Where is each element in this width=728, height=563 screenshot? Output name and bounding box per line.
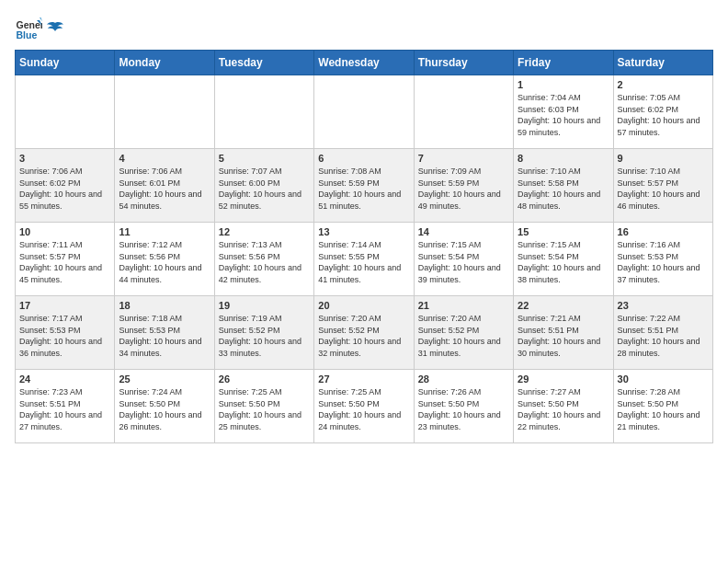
day-number: 2 [618, 79, 709, 90]
calendar-cell: 14Sunrise: 7:15 AM Sunset: 5:54 PM Dayli… [414, 223, 513, 296]
day-number: 12 [219, 226, 310, 237]
day-number: 26 [219, 373, 310, 385]
header: General Blue [15, 15, 713, 42]
day-info: Sunrise: 7:06 AM Sunset: 6:01 PM Dayligh… [119, 166, 210, 212]
day-number: 11 [119, 226, 210, 237]
calendar-cell: 26Sunrise: 7:25 AM Sunset: 5:50 PM Dayli… [214, 370, 313, 443]
day-number: 8 [518, 153, 609, 164]
day-info: Sunrise: 7:20 AM Sunset: 5:52 PM Dayligh… [418, 313, 509, 359]
calendar-cell: 1Sunrise: 7:04 AM Sunset: 6:03 PM Daylig… [514, 75, 613, 149]
calendar-cell: 22Sunrise: 7:21 AM Sunset: 5:51 PM Dayli… [514, 296, 613, 370]
day-info: Sunrise: 7:07 AM Sunset: 6:00 PM Dayligh… [219, 166, 310, 212]
day-number: 23 [618, 300, 709, 311]
calendar-cell: 5Sunrise: 7:07 AM Sunset: 6:00 PM Daylig… [214, 149, 313, 223]
day-info: Sunrise: 7:14 AM Sunset: 5:55 PM Dayligh… [318, 239, 409, 285]
calendar-header-row: SundayMondayTuesdayWednesdayThursdayFrid… [16, 51, 713, 75]
day-info: Sunrise: 7:12 AM Sunset: 5:56 PM Dayligh… [119, 239, 210, 285]
calendar-cell [115, 75, 214, 149]
calendar-cell: 2Sunrise: 7:05 AM Sunset: 6:02 PM Daylig… [613, 75, 712, 149]
day-number: 21 [418, 300, 509, 311]
day-number: 30 [618, 373, 709, 385]
calendar-cell: 15Sunrise: 7:15 AM Sunset: 5:54 PM Dayli… [514, 223, 613, 296]
svg-text:Blue: Blue [17, 29, 38, 40]
calendar-cell: 6Sunrise: 7:08 AM Sunset: 5:59 PM Daylig… [314, 149, 414, 223]
calendar-cell: 24Sunrise: 7:23 AM Sunset: 5:51 PM Dayli… [16, 370, 115, 443]
calendar-cell: 16Sunrise: 7:16 AM Sunset: 5:53 PM Dayli… [613, 223, 712, 296]
calendar-cell: 28Sunrise: 7:26 AM Sunset: 5:50 PM Dayli… [414, 370, 513, 443]
day-info: Sunrise: 7:10 AM Sunset: 5:58 PM Dayligh… [518, 166, 609, 212]
day-number: 9 [618, 153, 709, 164]
day-number: 28 [418, 373, 509, 385]
day-info: Sunrise: 7:18 AM Sunset: 5:53 PM Dayligh… [119, 313, 210, 359]
calendar-cell: 27Sunrise: 7:25 AM Sunset: 5:50 PM Dayli… [314, 370, 414, 443]
calendar-cell: 11Sunrise: 7:12 AM Sunset: 5:56 PM Dayli… [115, 223, 214, 296]
calendar-week-row: 24Sunrise: 7:23 AM Sunset: 5:51 PM Dayli… [16, 370, 713, 443]
logo-icon: General Blue [15, 15, 42, 42]
calendar-cell [414, 75, 513, 149]
day-info: Sunrise: 7:08 AM Sunset: 5:59 PM Dayligh… [318, 166, 409, 212]
day-info: Sunrise: 7:15 AM Sunset: 5:54 PM Dayligh… [518, 239, 609, 285]
calendar-cell: 19Sunrise: 7:19 AM Sunset: 5:52 PM Dayli… [214, 296, 313, 370]
day-info: Sunrise: 7:23 AM Sunset: 5:51 PM Dayligh… [19, 386, 110, 432]
day-number: 10 [19, 226, 110, 237]
day-number: 16 [618, 226, 709, 237]
calendar-cell: 18Sunrise: 7:18 AM Sunset: 5:53 PM Dayli… [115, 296, 214, 370]
day-number: 17 [19, 300, 110, 311]
day-info: Sunrise: 7:20 AM Sunset: 5:52 PM Dayligh… [318, 313, 409, 359]
day-info: Sunrise: 7:04 AM Sunset: 6:03 PM Dayligh… [518, 92, 609, 138]
calendar-table: SundayMondayTuesdayWednesdayThursdayFrid… [15, 50, 713, 443]
calendar-cell: 3Sunrise: 7:06 AM Sunset: 6:02 PM Daylig… [16, 149, 115, 223]
column-header-sunday: Sunday [16, 51, 115, 75]
day-info: Sunrise: 7:28 AM Sunset: 5:50 PM Dayligh… [618, 386, 709, 432]
column-header-saturday: Saturday [613, 51, 712, 75]
day-number: 27 [318, 373, 409, 385]
column-header-monday: Monday [115, 51, 214, 75]
column-header-thursday: Thursday [414, 51, 513, 75]
day-number: 19 [219, 300, 310, 311]
calendar-cell: 4Sunrise: 7:06 AM Sunset: 6:01 PM Daylig… [115, 149, 214, 223]
calendar-week-row: 17Sunrise: 7:17 AM Sunset: 5:53 PM Dayli… [16, 296, 713, 370]
calendar-cell: 23Sunrise: 7:22 AM Sunset: 5:51 PM Dayli… [613, 296, 712, 370]
day-info: Sunrise: 7:13 AM Sunset: 5:56 PM Dayligh… [219, 239, 310, 285]
calendar-cell: 12Sunrise: 7:13 AM Sunset: 5:56 PM Dayli… [214, 223, 313, 296]
day-info: Sunrise: 7:11 AM Sunset: 5:57 PM Dayligh… [19, 239, 110, 285]
calendar-cell: 9Sunrise: 7:10 AM Sunset: 5:57 PM Daylig… [613, 149, 712, 223]
day-number: 25 [119, 373, 210, 385]
calendar-week-row: 3Sunrise: 7:06 AM Sunset: 6:02 PM Daylig… [16, 149, 713, 223]
day-number: 7 [418, 153, 509, 164]
day-info: Sunrise: 7:22 AM Sunset: 5:51 PM Dayligh… [618, 313, 709, 359]
calendar-cell: 13Sunrise: 7:14 AM Sunset: 5:55 PM Dayli… [314, 223, 414, 296]
day-info: Sunrise: 7:17 AM Sunset: 5:53 PM Dayligh… [19, 313, 110, 359]
day-info: Sunrise: 7:24 AM Sunset: 5:50 PM Dayligh… [119, 386, 210, 432]
calendar-cell: 29Sunrise: 7:27 AM Sunset: 5:50 PM Dayli… [514, 370, 613, 443]
day-number: 29 [518, 373, 609, 385]
column-header-wednesday: Wednesday [314, 51, 414, 75]
day-number: 4 [119, 153, 210, 164]
day-number: 24 [19, 373, 110, 385]
day-number: 1 [518, 79, 609, 90]
day-info: Sunrise: 7:26 AM Sunset: 5:50 PM Dayligh… [418, 386, 509, 432]
day-number: 3 [19, 153, 110, 164]
day-info: Sunrise: 7:27 AM Sunset: 5:50 PM Dayligh… [518, 386, 609, 432]
calendar-cell [16, 75, 115, 149]
logo: General Blue [15, 15, 64, 42]
day-info: Sunrise: 7:19 AM Sunset: 5:52 PM Dayligh… [219, 313, 310, 359]
day-info: Sunrise: 7:25 AM Sunset: 5:50 PM Dayligh… [318, 386, 409, 432]
calendar-cell: 20Sunrise: 7:20 AM Sunset: 5:52 PM Dayli… [314, 296, 414, 370]
day-info: Sunrise: 7:05 AM Sunset: 6:02 PM Dayligh… [618, 92, 709, 138]
calendar-cell: 17Sunrise: 7:17 AM Sunset: 5:53 PM Dayli… [16, 296, 115, 370]
calendar-cell: 8Sunrise: 7:10 AM Sunset: 5:58 PM Daylig… [514, 149, 613, 223]
day-info: Sunrise: 7:16 AM Sunset: 5:53 PM Dayligh… [618, 239, 709, 285]
day-number: 13 [318, 226, 409, 237]
calendar-week-row: 1Sunrise: 7:04 AM Sunset: 6:03 PM Daylig… [16, 75, 713, 149]
day-number: 20 [318, 300, 409, 311]
calendar-cell: 21Sunrise: 7:20 AM Sunset: 5:52 PM Dayli… [414, 296, 513, 370]
day-number: 18 [119, 300, 210, 311]
calendar-week-row: 10Sunrise: 7:11 AM Sunset: 5:57 PM Dayli… [16, 223, 713, 296]
column-header-tuesday: Tuesday [214, 51, 313, 75]
calendar-cell: 25Sunrise: 7:24 AM Sunset: 5:50 PM Dayli… [115, 370, 214, 443]
day-info: Sunrise: 7:25 AM Sunset: 5:50 PM Dayligh… [219, 386, 310, 432]
day-info: Sunrise: 7:15 AM Sunset: 5:54 PM Dayligh… [418, 239, 509, 285]
day-info: Sunrise: 7:09 AM Sunset: 5:59 PM Dayligh… [418, 166, 509, 212]
day-number: 15 [518, 226, 609, 237]
